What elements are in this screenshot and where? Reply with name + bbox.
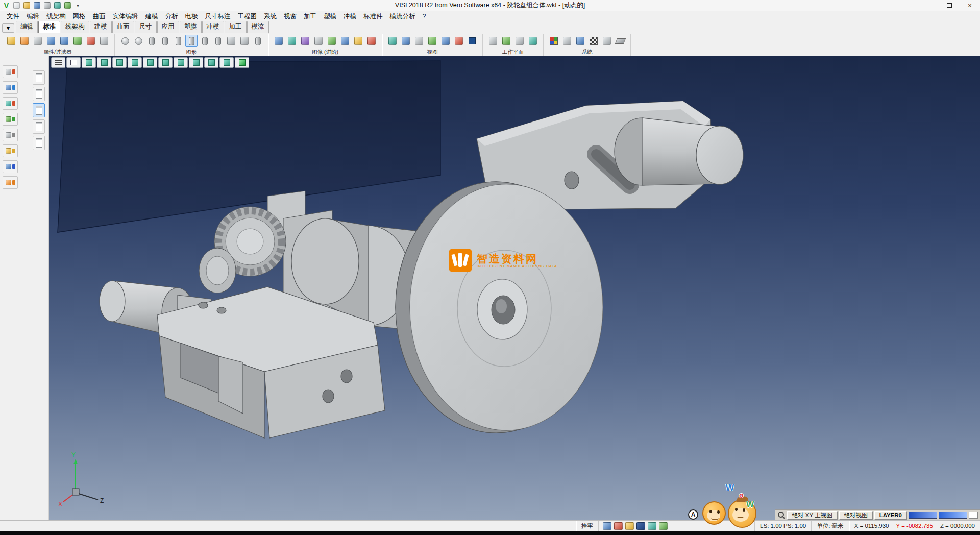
workplane-xy-icon[interactable] xyxy=(487,35,499,47)
clipboard-icon-2[interactable] xyxy=(33,87,45,101)
view-bottom-icon[interactable] xyxy=(97,57,111,68)
view-front-icon[interactable] xyxy=(112,57,127,68)
model-boss-cylinder[interactable] xyxy=(615,118,743,185)
menu-window[interactable]: 视窗 xyxy=(280,11,300,22)
status-render-cube-icon[interactable] xyxy=(659,522,668,530)
background-swatch[interactable] xyxy=(969,512,978,519)
settings-icon[interactable] xyxy=(63,1,72,10)
menu-drawing[interactable]: 工程图 xyxy=(234,11,261,22)
clipboard-icon-1[interactable] xyxy=(33,70,45,85)
mascot-widget[interactable]: A W o W xyxy=(684,484,776,533)
tab-surface[interactable]: 曲面 xyxy=(112,21,134,33)
reset-filter-icon[interactable] xyxy=(98,35,110,47)
zoom-window-icon[interactable] xyxy=(400,35,412,47)
material-icon[interactable] xyxy=(326,35,338,47)
viewport-menu-icon[interactable] xyxy=(51,57,65,68)
pan-icon[interactable] xyxy=(426,35,438,47)
tab-application[interactable]: 应用 xyxy=(157,21,179,33)
tab-edit[interactable]: 编辑 xyxy=(16,21,38,33)
selection-filter-icon[interactable] xyxy=(71,35,84,47)
cylinder-display-icon-5[interactable] xyxy=(212,35,224,47)
zoom-previous-icon[interactable] xyxy=(413,35,425,47)
menu-machining[interactable]: 加工 xyxy=(300,11,320,22)
menu-modeling[interactable]: 建模 xyxy=(142,11,162,22)
menu-help[interactable]: ? xyxy=(419,12,430,21)
cylinder-display-icon-4[interactable] xyxy=(199,35,211,47)
grid-snap-icon[interactable] xyxy=(574,35,586,47)
status-notes-icon[interactable] xyxy=(625,522,634,530)
color-palette-icon[interactable] xyxy=(548,35,560,47)
save-icon[interactable] xyxy=(33,1,41,10)
menu-system[interactable]: 系统 xyxy=(260,11,280,22)
menu-standard-parts[interactable]: 标准件 xyxy=(360,11,386,22)
tab-standard[interactable]: 标准 xyxy=(38,21,60,33)
status-info-icon[interactable] xyxy=(636,522,645,530)
capture-icon[interactable] xyxy=(365,35,378,47)
menu-mold[interactable]: 塑模 xyxy=(320,11,340,22)
tab-modeling[interactable]: 建模 xyxy=(90,21,112,33)
menu-mesh[interactable]: 网格 xyxy=(69,11,89,22)
clipboard-icon-5[interactable] xyxy=(33,136,45,150)
status-save-icon[interactable] xyxy=(603,522,611,530)
view-iso-ne-icon[interactable] xyxy=(174,57,188,68)
tab-machining[interactable]: 加工 xyxy=(225,21,247,33)
view-right-icon[interactable] xyxy=(158,57,173,68)
close-button[interactable]: × xyxy=(960,0,980,11)
cylinder-display-icon-1[interactable] xyxy=(145,35,158,47)
view-left-icon[interactable] xyxy=(143,57,157,68)
tab-flow[interactable]: 模流 xyxy=(247,21,269,33)
mask-icon[interactable] xyxy=(58,35,70,47)
annotate-tool-icon[interactable] xyxy=(3,176,18,189)
render-mode-icon[interactable] xyxy=(273,35,285,47)
menu-edit[interactable]: 编辑 xyxy=(23,11,43,22)
shaded-display-icon[interactable] xyxy=(185,35,198,47)
matrix-icon[interactable] xyxy=(587,35,600,47)
clipboard-icon-3[interactable] xyxy=(33,103,45,117)
open-folder-icon[interactable] xyxy=(22,1,31,10)
menu-solid-edit[interactable]: 实体编辑 xyxy=(109,11,142,22)
cylinder-display-icon-2[interactable] xyxy=(159,35,171,47)
attributes-icon[interactable] xyxy=(5,35,17,47)
layer-filter-icon[interactable] xyxy=(32,35,44,47)
tab-dimension[interactable]: 尺寸 xyxy=(135,21,157,33)
single-view-icon[interactable] xyxy=(66,57,81,68)
tab-wireframe[interactable]: 线架构 xyxy=(61,21,89,33)
3d-model-canvas[interactable] xyxy=(49,56,980,520)
quick-access-dropdown-icon[interactable]: ▾ xyxy=(74,1,82,10)
print-icon[interactable] xyxy=(43,1,52,10)
menu-dimension[interactable]: 尺寸标注 xyxy=(202,11,234,22)
point-display-icon[interactable] xyxy=(119,35,131,47)
view-iso-sw-icon[interactable] xyxy=(219,57,234,68)
offset-tool-icon[interactable] xyxy=(3,113,18,126)
status-grid-icon[interactable] xyxy=(648,522,656,530)
tab-molding[interactable]: 塑膜 xyxy=(180,21,202,33)
3d-viewport[interactable]: 智造资料网 INTELLIGENT MANUFACTURING DATA Y Z… xyxy=(49,56,980,520)
clipboard-icon-4[interactable] xyxy=(33,119,45,134)
minimize-button[interactable]: – xyxy=(919,0,939,11)
color-filter-icon[interactable] xyxy=(18,35,31,47)
rotate-view-icon[interactable] xyxy=(439,35,452,47)
workplane-align-icon[interactable] xyxy=(500,35,512,47)
box-display-icon-2[interactable] xyxy=(238,35,251,47)
fillet-tool-icon[interactable] xyxy=(3,129,18,141)
light-icon[interactable] xyxy=(339,35,351,47)
menu-die[interactable]: 冲模 xyxy=(340,11,360,22)
workplane-normal-icon[interactable] xyxy=(527,35,539,47)
trim-tool-icon[interactable] xyxy=(3,81,18,94)
search-icon[interactable] xyxy=(777,511,786,519)
absolute-view-button[interactable]: 绝对视图 xyxy=(839,511,873,520)
dynamic-rotate-icon[interactable] xyxy=(453,35,465,47)
box-display-icon-1[interactable] xyxy=(225,35,237,47)
menu-wireframe[interactable]: 线架构 xyxy=(43,11,69,22)
model-gear[interactable] xyxy=(199,207,286,293)
preview-icon[interactable] xyxy=(53,1,62,10)
tab-list-dropdown-icon[interactable]: ▾ xyxy=(2,23,14,33)
pin-toggle[interactable]: 拴牢 xyxy=(576,521,598,531)
view-cube-icon[interactable] xyxy=(466,35,478,47)
system-options-icon[interactable] xyxy=(601,35,613,47)
view-dynamic-icon[interactable] xyxy=(235,57,249,68)
cylinder-display-icon-3[interactable] xyxy=(172,35,184,47)
view-iso-nw-icon[interactable] xyxy=(189,57,203,68)
tab-die[interactable]: 冲模 xyxy=(202,21,224,33)
menu-file[interactable]: 文件 xyxy=(3,11,23,22)
